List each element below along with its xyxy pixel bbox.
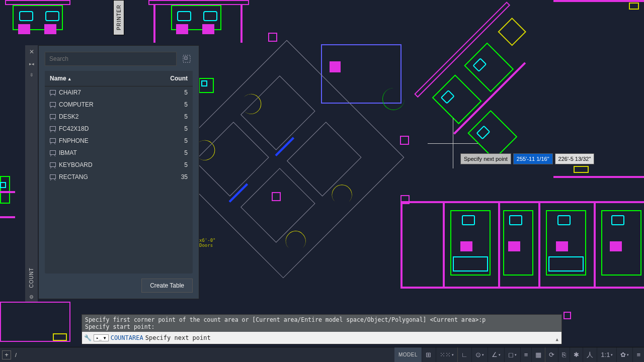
ortho-icon[interactable]: ∟ xyxy=(457,347,471,362)
palette-title: COUNT xyxy=(29,267,34,288)
command-history: Specify first corner point of the count … xyxy=(82,315,561,332)
block-icon xyxy=(50,90,56,96)
svg-rect-8 xyxy=(50,162,56,166)
create-table-button[interactable]: Create Table xyxy=(141,279,193,293)
status-left-text: / xyxy=(15,352,17,358)
layout-add-button[interactable]: + xyxy=(2,350,11,359)
col-name[interactable]: Name▲ xyxy=(45,71,142,86)
svg-rect-2 xyxy=(50,90,56,94)
block-count: 5 xyxy=(142,135,193,147)
command-prompt-text: Specify next point xyxy=(145,334,211,341)
transparency-icon[interactable]: ▦ xyxy=(531,347,545,362)
svg-rect-7 xyxy=(50,150,56,154)
cmd-prompt-icon: ▸_ xyxy=(96,335,102,340)
cycling-icon[interactable]: ⟳ xyxy=(545,347,558,362)
dimension-text: x6'-0" Doors xyxy=(199,238,216,248)
block-icon xyxy=(50,126,56,132)
search-input[interactable] xyxy=(45,52,177,66)
block-count: 5 xyxy=(142,111,193,123)
table-row[interactable]: FC42X18D5 xyxy=(45,123,193,135)
table-row[interactable]: DESK25 xyxy=(45,111,193,123)
svg-rect-9 xyxy=(50,174,56,178)
block-count: 5 xyxy=(142,147,193,159)
table-row[interactable]: IBMAT5 xyxy=(45,147,193,159)
block-name: KEYBOARD xyxy=(59,161,93,168)
close-icon[interactable]: ✕ xyxy=(29,45,34,58)
workspace-icon[interactable]: ✿▾ xyxy=(616,347,632,362)
count-palette: Name▲ Count CHAIR75COMPUTER5DESK25FC42X1… xyxy=(38,45,199,299)
block-count: 5 xyxy=(142,123,193,135)
block-icon xyxy=(50,150,56,156)
svg-rect-1 xyxy=(185,57,187,59)
block-name: IBMAT xyxy=(59,149,77,156)
block-count: 35 xyxy=(142,171,193,183)
table-row[interactable]: KEYBOARD5 xyxy=(45,159,193,171)
block-name: COMPUTER xyxy=(59,101,94,108)
dynamic-coord-y[interactable]: 226'-5 13/32" xyxy=(555,153,595,164)
printer-label: PRINTER xyxy=(113,0,124,35)
col-count[interactable]: Count xyxy=(142,71,193,86)
active-command: COUNTAREA xyxy=(111,334,143,341)
block-icon xyxy=(50,162,56,168)
count-palette-titlebar[interactable]: ✕ ▸◂ ⇳ COUNT ⚙ xyxy=(25,45,38,302)
table-row[interactable]: FNPHONE5 xyxy=(45,135,193,147)
dynamic-prompt: Specify next point xyxy=(460,153,511,164)
annoauto-icon[interactable]: 人 xyxy=(583,347,597,362)
command-input-line[interactable]: 🔧 ▸_ ▼ COUNTAREA Specify next point ▲ xyxy=(82,332,561,344)
annovis-icon[interactable]: ✱ xyxy=(570,347,583,362)
block-name: FNPHONE xyxy=(59,137,89,144)
table-row[interactable]: CHAIR75 xyxy=(45,86,193,99)
block-icon xyxy=(50,102,56,108)
block-name: FC42X18D xyxy=(59,125,89,132)
snap-icon[interactable]: ⁙⁙▾ xyxy=(436,347,457,362)
command-line[interactable]: Specify first corner point of the count … xyxy=(82,314,562,344)
status-bar: + / MODEL ⊞ ⁙⁙▾ ∟ ⊙▾ ∠▾ ◻▾ ≡ ▦ ⟳ ⎘ ✱ 人 1… xyxy=(0,347,644,362)
history-up-icon[interactable]: ▲ xyxy=(556,337,558,342)
polar-icon[interactable]: ⊙▾ xyxy=(471,347,488,362)
block-count: 5 xyxy=(142,159,193,171)
grid-icon[interactable]: ⊞ xyxy=(422,347,436,362)
block-name: CHAIR7 xyxy=(59,89,81,96)
table-row[interactable]: COMPUTER5 xyxy=(45,99,193,111)
selection-area-icon[interactable] xyxy=(181,52,193,66)
svg-rect-5 xyxy=(50,126,56,130)
isoplane-icon[interactable]: ∠▾ xyxy=(488,347,504,362)
lineweight-icon[interactable]: ≡ xyxy=(520,347,532,362)
svg-rect-3 xyxy=(50,102,56,106)
block-count: 5 xyxy=(142,86,193,99)
osnap-icon[interactable]: ◻▾ xyxy=(504,347,520,362)
block-icon xyxy=(50,138,56,144)
gear-icon[interactable]: ⚙ xyxy=(29,292,34,302)
wrench-icon[interactable]: 🔧 xyxy=(84,334,92,341)
table-row[interactable]: RECTANG35 xyxy=(45,171,193,183)
svg-rect-0 xyxy=(183,55,190,62)
cmd-dropdown-icon[interactable]: ▼ xyxy=(104,336,106,340)
customize-icon[interactable]: ≡ xyxy=(632,347,644,362)
menu-icon[interactable]: ⇳ xyxy=(30,69,34,80)
count-table: Name▲ Count CHAIR75COMPUTER5DESK25FC42X1… xyxy=(45,71,193,183)
sort-asc-icon: ▲ xyxy=(67,76,72,81)
block-icon xyxy=(50,114,56,120)
model-space-button[interactable]: MODEL xyxy=(394,347,422,362)
autohide-icon[interactable]: ▸◂ xyxy=(29,58,34,69)
block-icon xyxy=(50,174,56,180)
scale-button[interactable]: 1:1▾ xyxy=(597,347,616,362)
svg-rect-6 xyxy=(50,138,56,142)
annoscale-icon[interactable]: ⎘ xyxy=(558,347,570,362)
block-name: DESK2 xyxy=(59,113,78,120)
block-name: RECTANG xyxy=(59,173,88,180)
dynamic-input: Specify next point 255'-11 1/16" 226'-5 … xyxy=(460,153,594,164)
block-count: 5 xyxy=(142,99,193,111)
svg-rect-4 xyxy=(50,114,56,118)
dynamic-coord-x[interactable]: 255'-11 1/16" xyxy=(513,153,553,164)
